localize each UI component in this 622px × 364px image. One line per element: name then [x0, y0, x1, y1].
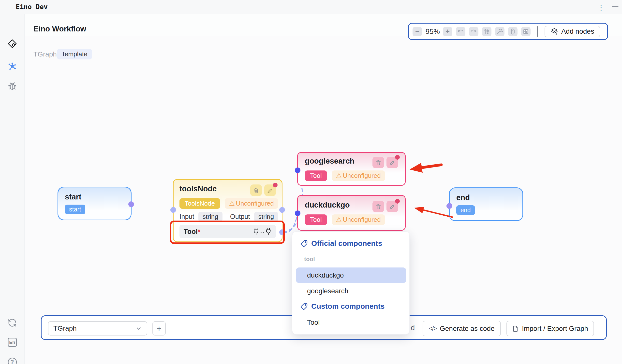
node-toolsnode[interactable]: toolsNode ToolsNode ⚠Unconfigured Input … [173, 179, 282, 242]
delete-node-button[interactable] [372, 201, 384, 212]
node-googlesearch[interactable]: googlesearch Tool ⚠Unconfigured [297, 152, 406, 186]
official-components-header: Official components [300, 239, 382, 248]
magic-wand-button[interactable] [495, 27, 505, 36]
node-googlesearch-input-port[interactable] [295, 167, 300, 173]
warning-icon: ⚠ [336, 216, 342, 223]
unsaved-indicator [395, 199, 400, 204]
import-export-graph-button[interactable]: Import / Export Graph [506, 321, 594, 336]
app-logo-icon [7, 38, 18, 49]
delete-node-button[interactable] [250, 184, 262, 196]
file-icon [512, 326, 519, 332]
undo-icon [457, 28, 464, 35]
pencil-icon [389, 203, 396, 210]
generate-as-code-button[interactable]: </> Generate as code [423, 321, 501, 336]
dropdown-item-googlesearch[interactable]: googlesearch [296, 284, 406, 298]
add-graph-button[interactable]: + [153, 321, 166, 335]
sidebar-item-help-icon[interactable]: ? [8, 358, 17, 364]
unsaved-indicator [273, 183, 278, 187]
sidebar-item-sync-icon[interactable] [8, 318, 17, 328]
warning-icon: ⚠ [336, 172, 342, 180]
magic-wand-icon [496, 28, 503, 35]
vertical-layout-icon [483, 28, 490, 35]
minimap-button[interactable] [521, 27, 530, 36]
node-start-output-port[interactable] [128, 201, 134, 207]
edit-node-button[interactable] [387, 157, 398, 168]
group-label-tool: tool [304, 256, 315, 263]
graph-name-label: TGraph [33, 50, 57, 58]
tag-icon [300, 303, 308, 310]
add-nodes-button[interactable]: Add nodes [544, 26, 600, 37]
node-end-title: end [456, 193, 516, 202]
window-menu-icon[interactable]: ⋮ [597, 3, 605, 12]
sidebar-item-workflow-graph-icon[interactable] [8, 62, 17, 71]
edit-node-button[interactable] [387, 201, 398, 212]
left-sidebar: En ? [0, 14, 25, 364]
edit-node-button[interactable] [264, 184, 276, 196]
tool-slot-port[interactable] [279, 229, 285, 235]
window-titlebar: Eino Dev ⋮ [0, 0, 622, 14]
toolbar-divider [537, 26, 538, 37]
required-asterisk: * [198, 228, 200, 235]
trash-icon [375, 203, 382, 210]
zoom-in-button[interactable]: + [443, 27, 452, 36]
trash-icon [375, 159, 382, 166]
trash-icon [253, 187, 259, 194]
graph-select[interactable]: TGraph [48, 321, 147, 335]
node-duckduckgo-title: duckduckgo [305, 201, 350, 210]
zoom-out-button[interactable]: − [412, 27, 422, 36]
component-picker-dropdown: Official components tool duckduckgo goog… [292, 231, 409, 334]
dropdown-item-duckduckgo[interactable]: duckduckgo [296, 268, 406, 283]
canvas-toolbar: − 95% + Add nodes [408, 23, 608, 40]
chevron-down-icon [136, 325, 142, 332]
tool-slot-row[interactable]: Tool* [179, 225, 276, 238]
node-start[interactable]: start start [58, 187, 132, 220]
node-start-badge: start [65, 205, 85, 214]
node-end-input-port[interactable] [447, 203, 452, 209]
window-title: Eino Dev [16, 0, 48, 14]
node-type-badge: ToolsNode [179, 198, 220, 209]
minimap-icon [523, 28, 529, 35]
code-icon: </> [429, 325, 437, 332]
node-start-title: start [65, 193, 124, 201]
node-type-badge: Tool [305, 170, 327, 181]
redo-button[interactable] [469, 27, 478, 36]
node-toolsnode-output-port[interactable] [279, 207, 285, 213]
redo-icon [470, 28, 477, 35]
warning-icon: ⚠ [229, 200, 235, 207]
delete-node-button[interactable] [372, 157, 384, 168]
template-badge: Template [57, 49, 92, 59]
input-type-pill: string [198, 212, 222, 221]
status-badge: ⚠Unconfigured [332, 170, 385, 181]
input-label: Input [179, 213, 194, 220]
undo-button[interactable] [456, 27, 466, 36]
status-badge: ⚠Unconfigured [332, 214, 385, 225]
plug-connection-icon [253, 228, 272, 235]
layers-plus-icon [550, 28, 558, 35]
sidebar-item-debug-bug-icon[interactable] [8, 82, 17, 91]
node-end-badge: end [456, 205, 475, 215]
node-duckduckgo[interactable]: duckduckgo Tool ⚠Unconfigured [297, 195, 406, 231]
node-type-badge: Tool [305, 214, 327, 225]
node-duckduckgo-input-port[interactable] [295, 211, 300, 216]
output-type-pill: string [254, 212, 278, 221]
add-nodes-label: Add nodes [561, 28, 594, 35]
unsaved-indicator [395, 155, 400, 160]
mouse-icon [509, 28, 516, 35]
output-label: Output [230, 213, 250, 220]
window-minimize-icon[interactable] [612, 6, 619, 7]
pencil-icon [267, 187, 273, 194]
mouse-mode-button[interactable] [508, 27, 518, 36]
status-badge: ⚠Unconfigured [225, 198, 278, 209]
node-toolsnode-input-port[interactable] [170, 207, 176, 213]
auto-layout-button[interactable] [482, 27, 491, 36]
zoom-level: 95% [426, 28, 439, 36]
page-title: Eino Workflow [33, 25, 86, 33]
node-toolsnode-title: toolsNode [179, 184, 217, 193]
sidebar-item-language-icon[interactable]: En [8, 338, 17, 347]
partially-hidden-text: d [411, 316, 415, 339]
custom-components-header: Custom components [300, 302, 385, 310]
node-end[interactable]: end end [449, 187, 523, 221]
dropdown-item-tool[interactable]: Tool [296, 315, 406, 330]
node-googlesearch-title: googlesearch [305, 157, 354, 165]
pencil-icon [389, 159, 396, 166]
